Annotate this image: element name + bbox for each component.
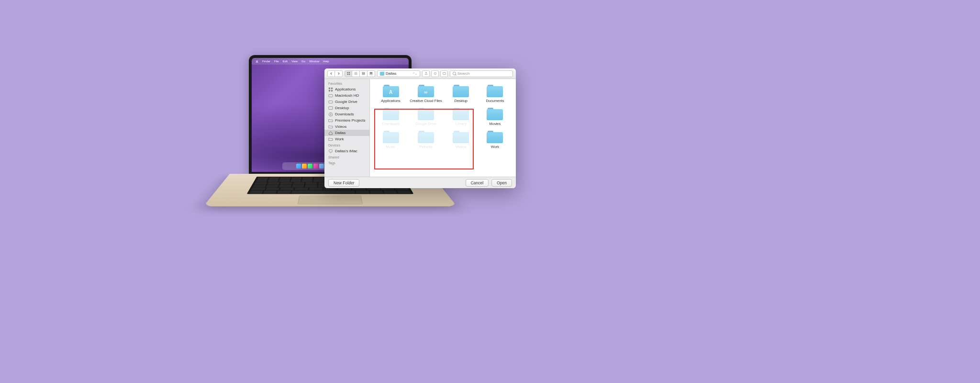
dialog-body: Favorites Applications Macintosh HD Goog…: [324, 79, 516, 177]
svg-rect-5: [355, 73, 357, 74]
sidebar-item-videos[interactable]: Videos: [324, 124, 369, 130]
open-button[interactable]: Open: [491, 179, 512, 187]
menubar-item: Edit: [283, 60, 288, 63]
folder-label: Desktop: [455, 99, 468, 103]
folder-icon: [487, 131, 503, 143]
cancel-button[interactable]: Cancel: [466, 179, 489, 187]
gallery-view-button[interactable]: [368, 70, 375, 77]
desktop-icon: [328, 106, 333, 110]
notch: [318, 55, 342, 58]
dialog-footer: New Folder Cancel Open: [324, 177, 516, 188]
search-input[interactable]: Search: [450, 70, 513, 77]
sidebar-item-dallas[interactable]: Dallas: [324, 130, 369, 136]
sidebar-item-premiere-projects[interactable]: Premiere Projects: [324, 117, 369, 124]
list-view-button[interactable]: [352, 70, 360, 77]
folder-item[interactable]: Documents: [479, 84, 511, 104]
location-dropdown[interactable]: Dallas ⌃⌄: [377, 70, 420, 77]
computer-icon: [328, 149, 333, 153]
sidebar-item-work[interactable]: Work: [324, 136, 369, 142]
svg-rect-9: [364, 72, 365, 75]
folder-icon: [487, 85, 503, 97]
folder-item[interactable]: Music: [375, 130, 407, 150]
svg-rect-20: [329, 94, 333, 97]
folder-item[interactable]: Work: [479, 130, 511, 150]
sidebar-item-label: Macintosh HD: [335, 93, 359, 98]
forward-button[interactable]: [335, 70, 343, 77]
folder-content-area[interactable]: AApplications∞Creative Cloud FilesDeskto…: [370, 79, 516, 177]
icon-view-button[interactable]: [345, 70, 352, 77]
folder-item[interactable]: Pictures: [409, 130, 443, 150]
downloads-icon: [328, 113, 333, 116]
folder-label: Downloads: [382, 122, 400, 126]
finder-open-dialog: Dallas ⌃⌄ Search Favorites Applications …: [324, 68, 516, 188]
sidebar-item-label: Dallas: [335, 131, 345, 135]
folder-item[interactable]: Desktop: [445, 84, 477, 104]
svg-point-14: [434, 72, 436, 74]
folder-icon: A: [383, 85, 399, 97]
folder-item[interactable]: Videos: [445, 130, 477, 150]
svg-rect-17: [331, 87, 333, 89]
folder-icon: [487, 108, 503, 120]
tags-button[interactable]: [431, 70, 439, 77]
svg-rect-2: [347, 74, 348, 75]
svg-rect-0: [347, 72, 348, 73]
folder-item[interactable]: AApplications: [375, 84, 407, 104]
disk-icon: [328, 100, 333, 104]
svg-rect-6: [355, 74, 357, 75]
folder-label: Pictures: [419, 145, 432, 149]
folder-icon: [328, 125, 333, 129]
column-view-button[interactable]: [360, 70, 368, 77]
sidebar-item-label: Videos: [335, 124, 346, 129]
folder-label: Videos: [456, 145, 467, 149]
sidebar-item-desktop[interactable]: Desktop: [324, 105, 369, 111]
sidebar-item-applications[interactable]: Applications: [324, 86, 369, 92]
svg-rect-16: [329, 87, 330, 89]
folder-icon: [418, 108, 434, 120]
folder-label: Movies: [490, 122, 501, 126]
trackpad: [297, 195, 363, 204]
sidebar-item-imac[interactable]: Dallas's iMac: [324, 148, 369, 154]
sidebar-section-header: Devices: [324, 142, 369, 148]
svg-rect-11: [370, 74, 370, 75]
back-button[interactable]: [327, 70, 335, 77]
sidebar-item-label: Google Drive: [335, 100, 357, 104]
sidebar-item-downloads[interactable]: Downloads: [324, 111, 369, 117]
home-icon: [380, 72, 384, 76]
menubar-item: Help: [323, 60, 329, 63]
disk-icon: [328, 94, 333, 98]
button-label: Open: [497, 180, 507, 185]
dock-app-icon: [313, 164, 318, 169]
svg-rect-21: [329, 101, 333, 103]
folder-label: Documents: [486, 99, 504, 103]
menubar-item: File: [274, 60, 279, 63]
svg-rect-18: [329, 90, 330, 91]
sidebar-section-header: Favorites: [324, 80, 369, 86]
menubar-item: Finder: [262, 60, 270, 63]
menubar-item: Go: [301, 60, 305, 63]
share-button[interactable]: [422, 70, 430, 77]
menubar-item: View: [291, 60, 298, 63]
folder-item[interactable]: Downloads: [375, 107, 407, 127]
new-folder-button[interactable]: New Folder: [328, 179, 359, 187]
sidebar-item-macintosh-hd[interactable]: Macintosh HD: [324, 92, 369, 99]
sidebar-item-google-drive[interactable]: Google Drive: [324, 99, 369, 105]
folder-item[interactable]: ∞Creative Cloud Files: [409, 84, 443, 104]
dialog-toolbar: Dallas ⌃⌄ Search: [324, 68, 516, 79]
folder-label: Work: [491, 145, 499, 149]
folder-icon: [328, 119, 333, 123]
folder-item[interactable]: Movies: [479, 107, 511, 127]
svg-rect-13: [372, 74, 372, 75]
dock-app-icon: [302, 164, 307, 169]
svg-rect-15: [443, 72, 445, 74]
folder-item[interactable]: Library: [445, 107, 477, 127]
folder-icon: [453, 85, 469, 97]
sidebar-item-label: Work: [335, 137, 344, 141]
folder-grid: AApplications∞Creative Cloud FilesDeskto…: [375, 84, 511, 150]
folder-label: Applications: [381, 99, 400, 103]
folder-item[interactable]: Google Drive: [409, 107, 443, 127]
folder-glyph-icon: A: [389, 89, 392, 94]
folder-glyph-icon: ∞: [424, 89, 427, 94]
actions-button[interactable]: [440, 70, 448, 77]
folder-icon: [383, 131, 399, 143]
dock-app-icon: [308, 164, 312, 169]
